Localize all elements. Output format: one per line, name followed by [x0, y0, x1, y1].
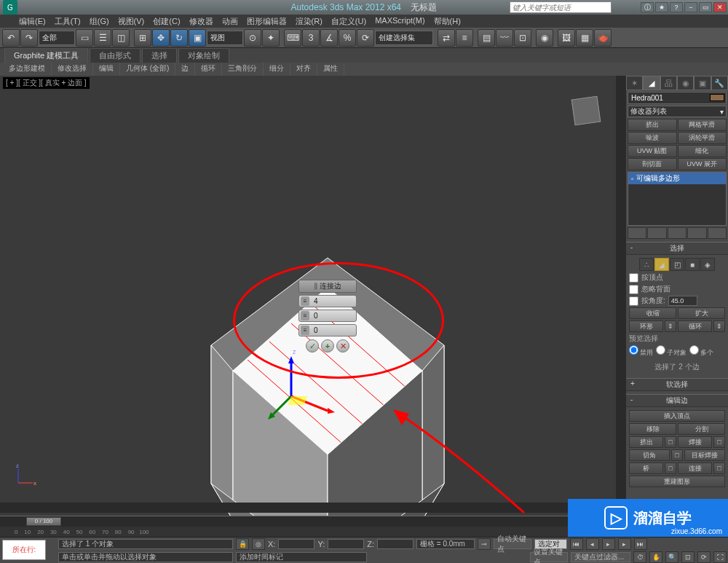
display-tab[interactable]: ▣: [694, 76, 711, 90]
preview-off[interactable]: 禁用: [629, 345, 653, 358]
time-slider-handle[interactable]: 0 / 100: [26, 517, 61, 526]
ignore-backfacing-check[interactable]: 忽略背面: [629, 284, 725, 294]
favorites-icon[interactable]: ★: [655, 2, 668, 12]
extrude-button[interactable]: 挤出: [629, 436, 663, 448]
key-mode-button[interactable]: ⊸: [478, 538, 491, 550]
comm-center-icon[interactable]: ⓘ: [641, 2, 654, 12]
stack-remove-button[interactable]: [687, 227, 706, 239]
subobj-polygon[interactable]: ■: [685, 258, 700, 271]
ribbon-sub-subdiv[interactable]: 细分: [264, 63, 290, 76]
remove-button[interactable]: 移除: [629, 423, 676, 435]
mod-uvwmap[interactable]: UVW 贴图: [628, 145, 677, 157]
y-coord-field[interactable]: [328, 539, 364, 549]
connect-cancel-button[interactable]: ✕: [336, 339, 349, 353]
by-angle-check[interactable]: 按角度: 45.0: [629, 296, 725, 306]
ribbon-tab-selection[interactable]: 选择: [142, 48, 177, 63]
ribbon-sub-align[interactable]: 对齐: [290, 63, 317, 76]
ribbon-sub-modsel[interactable]: 修改选择: [52, 63, 93, 76]
split-button[interactable]: 分割: [678, 423, 725, 435]
ribbon-sub-edit[interactable]: 编辑: [93, 63, 120, 76]
curve-editor-button[interactable]: 〰: [496, 29, 513, 47]
target-weld-button[interactable]: 目标焊接: [684, 449, 725, 461]
ring-button[interactable]: 环形: [629, 320, 663, 332]
autokey-button[interactable]: 自动关键点: [494, 539, 531, 549]
menu-render[interactable]: 渲染(R): [291, 15, 327, 28]
orbit-button[interactable]: ⟳: [697, 551, 711, 563]
create-shape-button[interactable]: 重建图形: [629, 476, 725, 487]
material-editor-button[interactable]: ◉: [536, 29, 553, 47]
stack-pin-button[interactable]: [628, 227, 646, 239]
layers-button[interactable]: ▤: [478, 29, 495, 47]
menu-grapheditors[interactable]: 图形编辑器: [242, 15, 291, 28]
motion-tab[interactable]: ◉: [677, 76, 694, 90]
connect-caddy-title[interactable]: ‖ 连接边: [298, 280, 357, 293]
render-setup-button[interactable]: 🖼: [558, 29, 575, 47]
mirror-button[interactable]: ⇄: [438, 29, 455, 47]
maxscript-prompt[interactable]: 所在行:: [2, 540, 46, 560]
connect-pinch-spinner[interactable]: ≡0: [298, 310, 357, 322]
app-icon[interactable]: G: [3, 0, 17, 15]
goto-start-button[interactable]: ⏮: [570, 538, 583, 550]
select-button[interactable]: ▭: [76, 29, 93, 47]
connect-button[interactable]: 连接: [678, 462, 712, 474]
connect-settings[interactable]: □: [713, 462, 725, 474]
mod-extrude[interactable]: 挤出: [628, 119, 677, 131]
z-coord-field[interactable]: [377, 539, 414, 549]
goto-end-button[interactable]: ⏭: [634, 538, 647, 550]
ref-coord-system[interactable]: 视图: [207, 31, 243, 45]
modifier-stack[interactable]: ▫ 可编辑多边形: [628, 172, 727, 226]
weld-button[interactable]: 焊接: [678, 436, 712, 448]
stack-config-button[interactable]: [708, 227, 727, 239]
add-time-tag[interactable]: 添加时间标记: [236, 552, 367, 562]
hierarchy-tab[interactable]: 品: [660, 76, 677, 90]
ribbon-tab-objectpaint[interactable]: 对象绘制: [178, 48, 229, 63]
mod-slice[interactable]: 剖切面: [628, 158, 677, 170]
ribbon-sub-geom[interactable]: 几何体 (全部): [120, 63, 175, 76]
connect-apply-button[interactable]: +: [321, 339, 334, 353]
menu-modifiers[interactable]: 修改器: [185, 15, 218, 28]
zoom-button[interactable]: 🔍: [665, 551, 678, 563]
render-frame-button[interactable]: ▦: [576, 29, 593, 47]
ring-shift[interactable]: ⇕: [665, 320, 676, 332]
weld-settings[interactable]: □: [713, 436, 725, 448]
scale-button[interactable]: ▣: [189, 29, 206, 47]
stack-showend-button[interactable]: [647, 227, 666, 239]
time-config-button[interactable]: ⏱: [633, 551, 646, 563]
viewport-scrollbar-h[interactable]: [0, 503, 616, 513]
rollout-softsel[interactable]: 软选择: [626, 378, 728, 391]
play-button[interactable]: ▸: [602, 538, 615, 550]
selection-filter[interactable]: 全部: [39, 31, 75, 45]
manipulate-button[interactable]: ✦: [262, 29, 280, 47]
connect-segments-spinner[interactable]: ≡4: [298, 295, 357, 307]
mod-unwrap[interactable]: UVW 展开: [678, 158, 727, 170]
connect-ok-button[interactable]: ✓: [306, 339, 319, 353]
bridge-button[interactable]: 桥: [629, 462, 663, 474]
modify-tab[interactable]: ◢: [643, 76, 660, 90]
subobj-vertex[interactable]: ∴: [639, 258, 654, 271]
extrude-settings[interactable]: □: [665, 436, 676, 448]
window-crossing-button[interactable]: ⊞: [134, 29, 151, 47]
bridge-settings[interactable]: □: [665, 462, 676, 474]
viewport-label[interactable]: [ + ][ 正交 ][ 真实 + 边面 ]: [3, 77, 90, 89]
rollout-selection[interactable]: 选择: [626, 242, 728, 255]
named-selection-sets[interactable]: 创建选择集: [375, 31, 433, 45]
subobj-border[interactable]: ◰: [670, 258, 684, 271]
menu-customize[interactable]: 自定义(U): [327, 15, 371, 28]
maximize-viewport-button[interactable]: ⛶: [713, 551, 727, 563]
chamfer-settings[interactable]: □: [671, 449, 683, 461]
menu-help[interactable]: 帮助(H): [430, 15, 465, 28]
create-tab[interactable]: ✶: [626, 76, 643, 90]
stack-editable-poly[interactable]: ▫ 可编辑多边形: [628, 173, 726, 184]
ribbon-sub-polymodel[interactable]: 多边形建模: [3, 63, 52, 76]
angle-snap-button[interactable]: ∡: [320, 29, 338, 47]
snap-button[interactable]: 3: [302, 29, 320, 47]
ribbon-tab-freeform[interactable]: 自由形式: [90, 48, 141, 63]
pivot-button[interactable]: ⊙: [244, 29, 261, 47]
connect-slide-spinner[interactable]: ≡0: [298, 324, 357, 336]
next-frame-button[interactable]: ▸: [618, 538, 631, 550]
utilities-tab[interactable]: 🔧: [711, 76, 728, 90]
menu-view[interactable]: 视图(V): [114, 15, 149, 28]
insert-vertex-button[interactable]: 插入顶点: [629, 410, 725, 422]
lock-selection-button[interactable]: 🔒: [236, 538, 249, 550]
chamfer-button[interactable]: 切角: [629, 449, 670, 461]
